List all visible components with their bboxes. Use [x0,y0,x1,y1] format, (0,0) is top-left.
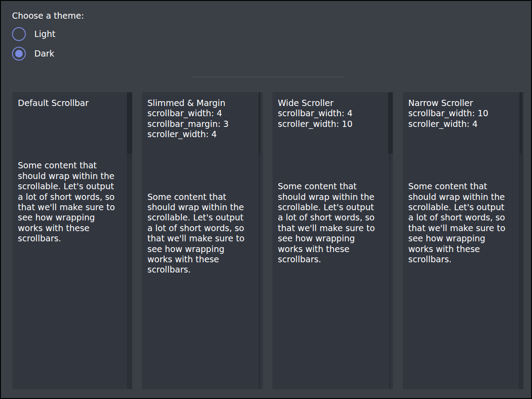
scrollable-panel-slimmed-margin[interactable]: Slimmed & Margin scrollbar_width: 4 scro… [142,92,263,389]
app-window: Choose a theme: Light Dark Default Scrol… [0,0,532,399]
scrollable-panel-default[interactable]: Default Scrollbar Some content that shou… [12,92,132,389]
theme-chooser: Choose a theme: Light Dark [12,11,84,61]
panel-header: Narrow Scroller scrollbar_width: 10 scro… [408,98,513,129]
panel-header: Wide Scroller scrollbar_width: 4 scrolle… [278,98,382,129]
panel-content: Some content that should wrap within the… [18,160,122,244]
radio-label-light: Light [34,29,55,39]
radio-unselected-icon[interactable] [12,27,26,41]
panel-header: Default Scrollbar [18,98,122,108]
scrollbar-thumb[interactable] [127,92,132,154]
panel-header: Slimmed & Margin scrollbar_width: 4 scro… [147,98,252,140]
panel-content: Some content that should wrap within the… [278,181,382,265]
radio-label-dark: Dark [34,49,54,59]
scrollbar-thumb[interactable] [259,92,260,154]
radio-dot-icon [15,50,23,57]
theme-chooser-label: Choose a theme: [12,11,84,21]
radio-option-dark[interactable]: Dark [12,47,84,61]
panel-text-block: Slimmed & Margin scrollbar_width: 4 scro… [147,98,252,275]
scrollbar-thumb[interactable] [388,92,393,154]
scrollable-panel-wide-scroller[interactable]: Wide Scroller scrollbar_width: 4 scrolle… [272,92,393,389]
horizontal-rule [191,77,345,77]
panel-text-block: Narrow Scroller scrollbar_width: 10 scro… [408,98,513,265]
radio-option-light[interactable]: Light [12,27,84,41]
scrollable-panel-narrow-scroller[interactable]: Narrow Scroller scrollbar_width: 10 scro… [403,92,524,389]
radio-selected-icon[interactable] [12,47,26,61]
panel-content: Some content that should wrap within the… [408,181,513,265]
scrollbar-thumb[interactable] [520,92,522,154]
panel-text-block: Default Scrollbar Some content that shou… [18,98,122,244]
panel-text-block: Wide Scroller scrollbar_width: 4 scrolle… [278,98,382,265]
panel-content: Some content that should wrap within the… [147,192,252,275]
